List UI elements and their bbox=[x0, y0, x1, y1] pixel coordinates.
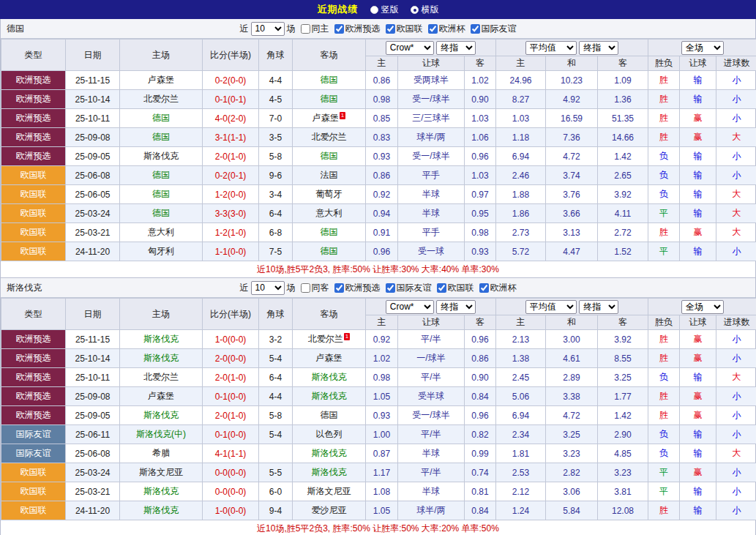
team-link[interactable]: 斯洛伐克 bbox=[143, 410, 179, 420]
same-venue-filter[interactable]: 同客 bbox=[298, 282, 329, 294]
team-link[interactable]: 葡萄牙 bbox=[316, 189, 343, 199]
team-link[interactable]: 爱沙尼亚 bbox=[312, 505, 347, 515]
red-card-badge: 1 bbox=[344, 333, 350, 340]
team-link[interactable]: 北爱尔兰1 bbox=[308, 334, 350, 344]
avg-home-odds: 1.81 bbox=[496, 444, 546, 463]
team-link[interactable]: 德国 bbox=[321, 227, 338, 237]
team-link[interactable]: 斯洛伐克 bbox=[143, 151, 179, 161]
league-checkbox[interactable] bbox=[386, 24, 395, 34]
league-filter-eurocup[interactable]: 欧洲杯 bbox=[425, 23, 465, 35]
team-link[interactable]: 德国 bbox=[152, 170, 170, 180]
league-filter-nations[interactable]: 欧国联 bbox=[383, 23, 423, 35]
team-link[interactable]: 卢森堡 bbox=[148, 391, 174, 401]
team-link[interactable]: 以色列 bbox=[316, 429, 343, 439]
team-link[interactable]: 卢森堡 bbox=[316, 353, 343, 363]
league-filter-euro-qual[interactable]: 欧洲预选 bbox=[332, 23, 381, 35]
team-label: 德国 bbox=[321, 227, 338, 237]
league-checkbox[interactable] bbox=[471, 24, 480, 34]
league-filter-eurocup[interactable]: 欧洲杯 bbox=[476, 282, 517, 294]
team-link[interactable]: 意大利 bbox=[148, 227, 174, 237]
radio-selected-icon[interactable] bbox=[411, 6, 419, 14]
league-filter-friendly[interactable]: 国际友谊 bbox=[383, 282, 432, 294]
same-venue-checkbox[interactable] bbox=[301, 283, 310, 293]
handicap-line: 三/三球半 bbox=[398, 109, 465, 128]
same-venue-filter[interactable]: 同主 bbox=[298, 23, 329, 35]
match-row: 欧洲预选25-11-15斯洛伐克1-0(0-0)3-2北爱尔兰10.92平/半0… bbox=[1, 330, 756, 349]
team-link[interactable]: 斯洛伐克 bbox=[143, 353, 179, 363]
team-link[interactable]: 德国 bbox=[321, 151, 338, 161]
avg-away-odds: 1.42 bbox=[598, 147, 648, 166]
league-checkbox[interactable] bbox=[334, 24, 344, 34]
team-label: 希腊 bbox=[152, 448, 170, 458]
team-link[interactable]: 德国 bbox=[152, 208, 170, 218]
competition-type: 国际友谊 bbox=[1, 425, 66, 444]
team-link[interactable]: 斯洛伐克 bbox=[312, 391, 347, 401]
team-link[interactable]: 斯洛伐克 bbox=[143, 486, 179, 496]
avg-home-odds: 1.88 bbox=[496, 185, 546, 204]
home-team-cell: 希腊 bbox=[120, 444, 203, 463]
team-link[interactable]: 斯洛伐克 bbox=[312, 467, 347, 477]
league-filter-friendly[interactable]: 国际友谊 bbox=[468, 23, 517, 35]
team-link[interactable]: 卢森堡1 bbox=[312, 113, 345, 123]
team-link[interactable]: 斯洛伐克(中) bbox=[136, 429, 186, 439]
team-label: 德国 bbox=[321, 410, 338, 420]
league-filter-euro-qual[interactable]: 欧洲预选 bbox=[332, 282, 381, 294]
team-link[interactable]: 德国 bbox=[321, 94, 338, 104]
team-link[interactable]: 意大利 bbox=[316, 208, 343, 218]
team-link[interactable]: 斯洛伐克 bbox=[312, 372, 347, 382]
avg-draw-odds: 16.59 bbox=[546, 109, 598, 128]
avg-stage-select[interactable]: 终指 bbox=[579, 41, 618, 55]
vertical-layout-radio[interactable]: 竖版 bbox=[370, 4, 399, 16]
avg-odds-select[interactable]: 平均值 bbox=[525, 300, 577, 314]
team-link[interactable]: 德国 bbox=[321, 246, 338, 256]
team-link[interactable]: 德国 bbox=[321, 410, 338, 420]
league-checkbox[interactable] bbox=[334, 283, 344, 293]
away-team-cell: 德国 bbox=[293, 147, 366, 166]
col-header-away: 客场 bbox=[293, 40, 366, 71]
team-link[interactable]: 匈牙利 bbox=[148, 246, 174, 256]
team-link[interactable]: 斯洛伐克 bbox=[312, 448, 347, 458]
bookmaker-select[interactable]: Crow* bbox=[386, 41, 434, 55]
home-team-cell: 德国 bbox=[120, 128, 203, 147]
team-link[interactable]: 斯洛伐克 bbox=[143, 334, 179, 344]
sub-header-home-odds: 主 bbox=[366, 315, 398, 330]
avg-odds-select[interactable]: 平均值 bbox=[525, 41, 577, 55]
team-link[interactable]: 法国 bbox=[321, 170, 338, 180]
team-link[interactable]: 德国 bbox=[321, 75, 338, 85]
match-row: 欧洲预选25-11-15卢森堡0-2(0-0)4-4德国0.86受两球半1.02… bbox=[1, 71, 756, 90]
team-link[interactable]: 德国 bbox=[152, 113, 170, 123]
team-link[interactable]: 卢森堡 bbox=[148, 75, 174, 85]
league-checkbox[interactable] bbox=[479, 283, 489, 293]
league-checkbox[interactable] bbox=[386, 283, 395, 293]
handicap-line: 受半球 bbox=[398, 387, 465, 406]
team-link[interactable]: 斯洛文尼亚 bbox=[139, 467, 183, 477]
league-filter-nations[interactable]: 欧国联 bbox=[434, 282, 474, 294]
same-venue-checkbox[interactable] bbox=[301, 24, 310, 34]
odds-stage-select[interactable]: 终指 bbox=[436, 41, 476, 55]
avg-stage-select[interactable]: 终指 bbox=[579, 300, 618, 314]
horizontal-layout-radio[interactable]: 横版 bbox=[411, 4, 439, 16]
team-link[interactable]: 希腊 bbox=[152, 448, 170, 458]
team-link[interactable]: 北爱尔兰 bbox=[312, 132, 347, 142]
team-link[interactable]: 德国 bbox=[152, 132, 170, 142]
matches-table: 类型 日期 主场 比分(半场) 角球 客场 Crow* 终指 平均值 终指 bbox=[1, 298, 756, 520]
league-checkbox[interactable] bbox=[428, 24, 438, 34]
odds-stage-select[interactable]: 终指 bbox=[436, 300, 476, 314]
team-link[interactable]: 德国 bbox=[152, 189, 170, 199]
match-period-select[interactable]: 全场 bbox=[681, 41, 724, 55]
match-period-select[interactable]: 全场 bbox=[681, 300, 724, 314]
bookmaker-select[interactable]: Crow* bbox=[386, 300, 434, 314]
match-count-select[interactable]: 10 bbox=[251, 281, 285, 295]
avg-away-odds: 3.23 bbox=[598, 463, 648, 482]
team-link[interactable]: 斯洛文尼亚 bbox=[307, 486, 351, 496]
match-count-select[interactable]: 10 bbox=[251, 22, 285, 36]
home-team-cell: 卢森堡 bbox=[120, 387, 203, 406]
radio-unselected-icon[interactable] bbox=[370, 6, 378, 14]
team-link[interactable]: 斯洛伐克 bbox=[143, 505, 179, 515]
team-link[interactable]: 北爱尔兰 bbox=[143, 372, 179, 382]
match-score: 0-0(0-0) bbox=[203, 482, 259, 501]
team-link[interactable]: 北爱尔兰 bbox=[143, 94, 179, 104]
league-checkbox[interactable] bbox=[437, 283, 446, 293]
home-odds: 0.98 bbox=[366, 90, 398, 109]
result-goals: 小 bbox=[716, 406, 756, 425]
